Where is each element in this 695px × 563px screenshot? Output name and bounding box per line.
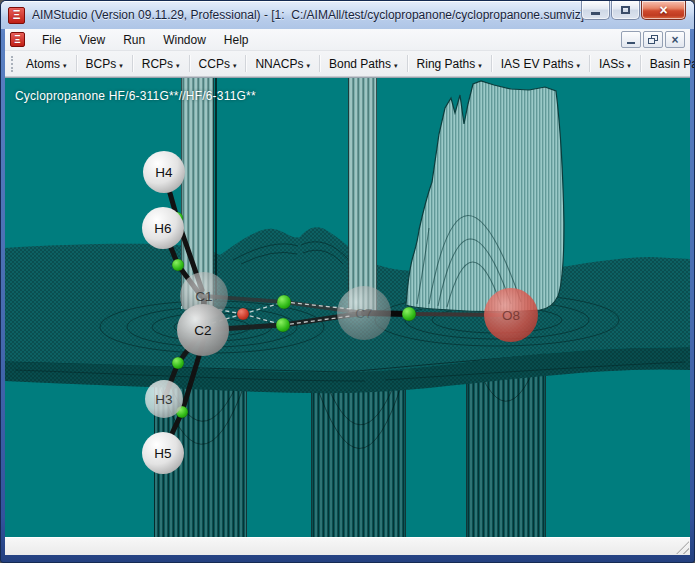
toolbar-label: Basin Paths: [650, 57, 695, 71]
mdi-close-icon: ×: [671, 34, 678, 46]
atom-label-H5: H5: [154, 446, 171, 461]
bond-critical-point[interactable]: [402, 307, 416, 321]
toolbar-label: Ring Paths: [417, 57, 476, 71]
dropdown-arrow-icon: ▾: [394, 62, 398, 70]
dropdown-arrow-icon: ▾: [63, 62, 67, 70]
resize-grip-icon[interactable]: [676, 541, 689, 554]
atom-label-C7: C7: [355, 306, 372, 321]
toolbar-button-ias-ev-paths[interactable]: IAS EV Paths▾: [493, 54, 588, 74]
viewport-caption: Cyclopropanone HF/6-311G**//HF/6-311G**: [15, 89, 256, 103]
window-controls: ×: [580, 1, 686, 20]
toolbar-label: BCPs: [86, 57, 117, 71]
toolbar: Atoms▾BCPs▾RCPs▾CCPs▾NNACPs▾Bond Paths▾R…: [5, 51, 690, 77]
menu-item-window[interactable]: Window: [154, 30, 215, 50]
menu-bar: Ξ FileViewRunWindowHelp ×: [5, 29, 690, 51]
menu-item-help[interactable]: Help: [215, 30, 258, 50]
bond-critical-point[interactable]: [172, 259, 184, 271]
viewport-3d[interactable]: C1C7C2O8H4H6H3H5 Cyclopropanone HF/6-311…: [5, 77, 690, 537]
toolbar-separator: [76, 55, 77, 72]
toolbar-separator: [407, 55, 408, 72]
atom-label-H3: H3: [155, 392, 172, 407]
mdi-controls: ×: [619, 31, 685, 48]
dropdown-arrow-icon: ▾: [478, 62, 482, 70]
dropdown-arrow-icon: ▾: [576, 62, 580, 70]
maximize-button[interactable]: [611, 1, 640, 20]
close-icon: ×: [659, 2, 667, 18]
mdi-restore-button[interactable]: [643, 31, 663, 48]
toolbar-separator: [189, 55, 190, 72]
toolbar-separator: [319, 55, 320, 72]
menu-item-run[interactable]: Run: [114, 30, 154, 50]
toolbar-items: Atoms▾BCPs▾RCPs▾CCPs▾NNACPs▾Bond Paths▾R…: [18, 54, 695, 74]
atom-label-C1: C1: [195, 289, 212, 304]
aimstudio-window: Ξ AIMStudio (Version 09.11.29, Professio…: [0, 0, 695, 563]
atom-label-C2: C2: [194, 323, 211, 338]
atom-label-H6: H6: [154, 221, 171, 236]
toolbar-label: IAS EV Paths: [501, 57, 574, 71]
maximize-icon: [621, 6, 630, 14]
mdi-minimize-icon: [627, 42, 635, 44]
close-button[interactable]: ×: [641, 1, 686, 20]
toolbar-button-iass[interactable]: IASs▾: [591, 54, 639, 74]
bond-critical-point[interactable]: [277, 295, 291, 309]
dropdown-arrow-icon: ▾: [233, 62, 237, 70]
minimize-icon: [591, 12, 600, 15]
toolbar-button-basin-paths[interactable]: Basin Paths▾: [642, 54, 695, 74]
toolbar-separator: [491, 55, 492, 72]
toolbar-label: NNACPs: [255, 57, 303, 71]
toolbar-button-nnacps[interactable]: NNACPs▾: [247, 54, 318, 74]
toolbar-button-atoms[interactable]: Atoms▾: [18, 54, 75, 74]
minimize-button[interactable]: [581, 1, 610, 20]
ring-critical-point[interactable]: [237, 308, 249, 320]
toolbar-label: RCPs: [142, 57, 173, 71]
toolbar-label: CCPs: [199, 57, 230, 71]
mdi-restore-icon: [648, 35, 658, 44]
toolbar-button-ccps[interactable]: CCPs▾: [191, 54, 245, 74]
menu-items: FileViewRunWindowHelp: [33, 30, 258, 50]
mdi-minimize-button[interactable]: [621, 31, 641, 48]
dropdown-arrow-icon: ▾: [176, 62, 180, 70]
toolbar-button-rcps[interactable]: RCPs▾: [134, 54, 188, 74]
app-logo-icon: Ξ: [8, 7, 25, 24]
toolbar-button-bond-paths[interactable]: Bond Paths▾: [321, 54, 406, 74]
toolbar-label: Bond Paths: [329, 57, 391, 71]
status-bar: [5, 537, 690, 555]
toolbar-button-bcps[interactable]: BCPs▾: [78, 54, 131, 74]
dropdown-arrow-icon: ▾: [627, 62, 631, 70]
atom-label-H4: H4: [155, 165, 173, 180]
dropdown-arrow-icon: ▾: [306, 62, 310, 70]
toolbar-separator: [245, 55, 246, 72]
toolbar-separator: [589, 55, 590, 72]
bond-critical-point[interactable]: [172, 357, 184, 369]
toolbar-grip[interactable]: [11, 56, 13, 72]
density-relief-scene: C1C7C2O8H4H6H3H5: [5, 78, 690, 537]
toolbar-button-ring-paths[interactable]: Ring Paths▾: [409, 54, 490, 74]
toolbar-separator: [640, 55, 641, 72]
document-logo-icon: Ξ: [10, 32, 25, 47]
bond-critical-point[interactable]: [276, 318, 290, 332]
toolbar-label: IASs: [599, 57, 624, 71]
toolbar-separator: [132, 55, 133, 72]
menu-item-view[interactable]: View: [70, 30, 114, 50]
atom-label-O8: O8: [502, 308, 520, 323]
menu-item-file[interactable]: File: [33, 30, 70, 50]
mdi-close-button[interactable]: ×: [665, 31, 685, 48]
dropdown-arrow-icon: ▾: [119, 62, 123, 70]
toolbar-label: Atoms: [26, 57, 60, 71]
